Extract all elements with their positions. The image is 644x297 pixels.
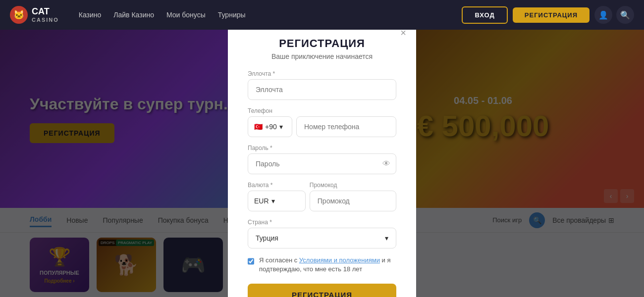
password-input[interactable]: [248, 153, 396, 174]
email-group: Эллочта *: [248, 70, 396, 100]
phone-prefix-select[interactable]: 🇹🇷 +90 ▾: [248, 116, 292, 137]
country-chevron-icon: ▾: [385, 234, 388, 242]
terms-pre: Я согласен с: [259, 256, 299, 264]
phone-group: Телефон 🇹🇷 +90 ▾: [248, 107, 396, 137]
nav-bonuses[interactable]: Мои бонусы: [166, 11, 206, 19]
terms-text: Я согласен с Условиями и положениями и я…: [259, 256, 396, 274]
header-icons: 👤 🔍: [594, 6, 634, 24]
nav-tournaments[interactable]: Турниры: [218, 11, 246, 19]
modal-title: РЕГИСТРАЦИЯ: [248, 37, 396, 50]
terms-checkbox-row: Я согласен с Условиями и положениями и я…: [248, 256, 396, 274]
phone-input[interactable]: [296, 116, 396, 137]
country-group: Страна * Турция ▾: [248, 219, 396, 248]
logo-icon: 🐱: [10, 6, 28, 24]
currency-value: EUR: [254, 197, 269, 205]
logo: 🐱 CAT CASINO: [10, 6, 59, 24]
register-header-button[interactable]: РЕГИСТРАЦИЯ: [513, 7, 590, 23]
logo-text: CAT CASINO: [32, 7, 59, 23]
currency-label: Валюта *: [248, 182, 306, 189]
phone-row: 🇹🇷 +90 ▾: [248, 116, 396, 137]
modal-close-button[interactable]: ×: [400, 30, 406, 39]
nav-casino[interactable]: Казино: [79, 11, 102, 19]
register-modal-button[interactable]: РЕГИСТРАЦИЯ: [248, 284, 396, 297]
email-input[interactable]: [248, 79, 396, 100]
country-label: Страна *: [248, 219, 396, 226]
promo-label: Промокод: [310, 182, 396, 189]
country-select[interactable]: Турция ▾: [248, 228, 396, 248]
modal-overlay: × РЕГИСТРАЦИЯ Ваше приключение начинаетс…: [0, 30, 644, 297]
chevron-down-icon: ▾: [279, 123, 283, 131]
currency-select[interactable]: EUR ▾: [248, 191, 306, 211]
currency-col: Валюта * EUR ▾: [248, 182, 306, 211]
header: 🐱 CAT CASINO Казино Лайв Казино Мои бону…: [0, 0, 644, 30]
password-group: Пароль * 👁: [248, 145, 396, 174]
email-label: Эллочта *: [248, 70, 396, 77]
password-toggle-button[interactable]: 👁: [382, 159, 390, 168]
currency-promo-row: Валюта * EUR ▾ Промокод: [248, 182, 396, 211]
nav-links: Казино Лайв Казино Мои бонусы Турниры: [79, 11, 447, 19]
password-label: Пароль *: [248, 145, 396, 151]
phone-label: Телефон: [248, 107, 396, 114]
main-area: Участвуйте в супер турн... РЕГИСТРАЦИЯ 0…: [0, 30, 644, 297]
search-icon-button[interactable]: 🔍: [616, 6, 634, 24]
currency-promo-group: Валюта * EUR ▾ Промокод: [248, 182, 396, 211]
modal-subtitle: Ваше приключение начинается: [248, 52, 396, 60]
login-button[interactable]: ВХОД: [462, 6, 507, 24]
logo-casino: CASINO: [32, 17, 59, 23]
country-value: Турция: [256, 234, 278, 242]
password-wrapper: 👁: [248, 153, 396, 174]
promo-input[interactable]: [310, 191, 396, 211]
header-actions: ВХОД РЕГИСТРАЦИЯ 👤 🔍: [462, 6, 634, 24]
registration-modal: × РЕГИСТРАЦИЯ Ваше приключение начинаетс…: [228, 30, 416, 297]
user-icon-button[interactable]: 👤: [594, 6, 612, 24]
terms-link[interactable]: Условиями и положениями: [299, 256, 380, 264]
promo-col: Промокод: [310, 182, 396, 211]
flag-icon: 🇹🇷: [254, 123, 263, 131]
nav-live-casino[interactable]: Лайв Казино: [113, 11, 154, 19]
currency-chevron-icon: ▾: [271, 197, 275, 205]
logo-cat: CAT: [32, 7, 59, 17]
phone-prefix-value: +90: [265, 123, 277, 131]
terms-checkbox[interactable]: [248, 257, 254, 266]
